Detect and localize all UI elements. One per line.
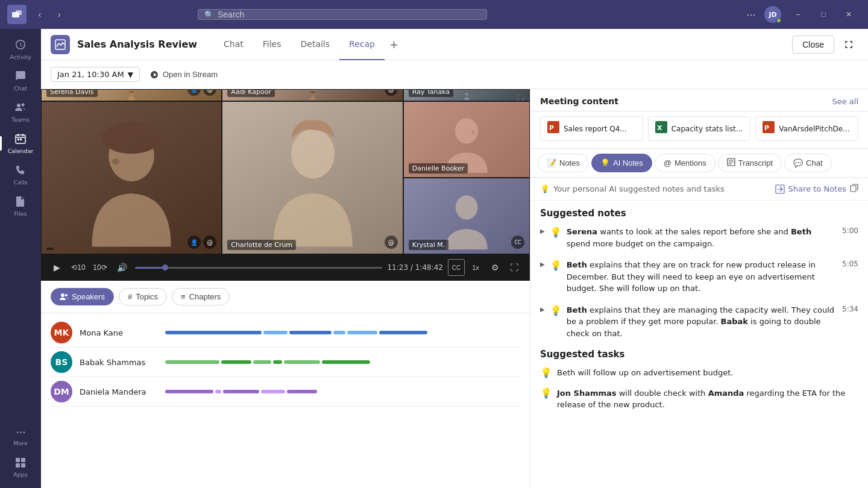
tab-details[interactable]: Details <box>291 29 340 60</box>
note-text-2: Beth explains that they are on track for… <box>567 259 837 295</box>
svg-point-25 <box>61 293 64 297</box>
sidebar-item-chat[interactable]: Chat <box>5 65 36 96</box>
captions-button[interactable]: CC <box>448 259 465 276</box>
person-icon-james: 👤 <box>187 236 201 249</box>
see-all-link[interactable]: See all <box>832 97 858 106</box>
open-stream-button[interactable]: Open in Stream <box>149 70 218 80</box>
speakers-tab-button[interactable]: Speakers <box>51 288 114 305</box>
sidebar-item-apps[interactable]: Apps <box>5 452 36 483</box>
task-item-1: 💡 Beth will follow up on advertisement b… <box>540 367 858 379</box>
chapters-list-icon: ≡ <box>181 292 186 301</box>
right-panel: Meeting content See all P Sales report Q… <box>530 89 868 488</box>
sidebar-item-teams[interactable]: Teams <box>5 96 36 128</box>
volume-button[interactable]: 🔊 <box>113 259 130 276</box>
video-cell-krystal: Krystal M. CC <box>403 178 530 254</box>
date-text: Jan 21, 10:30 AM <box>57 70 124 79</box>
file-capacity-stats[interactable]: X Capacity stats list... <box>648 116 751 141</box>
back-button[interactable]: ‹ <box>31 6 48 23</box>
activity-icon <box>14 39 27 52</box>
svg-rect-6 <box>20 139 22 140</box>
expand-icon-2[interactable]: ▶ <box>540 261 545 267</box>
tab-recap[interactable]: Recap <box>339 29 385 60</box>
speaker-name-mona: Mona Kane <box>80 328 158 337</box>
progress-bar[interactable] <box>135 267 382 269</box>
svg-rect-7 <box>16 458 20 462</box>
share-to-notes-button[interactable]: Share to Notes <box>775 184 858 194</box>
sidebar-item-files[interactable]: Files <box>5 190 36 222</box>
close-window-button[interactable]: ✕ <box>837 5 861 23</box>
tab-chat[interactable]: Chat <box>214 29 253 60</box>
calendar-icon <box>14 133 27 146</box>
panel-tab-transcript[interactable]: Transcript <box>718 154 782 172</box>
ai-header-text: Your personal AI suggested notes and tas… <box>553 184 725 193</box>
speed-button[interactable]: 1x <box>467 259 484 276</box>
search-input[interactable] <box>218 10 480 19</box>
meeting-content-header: Meeting content See all <box>530 89 868 111</box>
play-button[interactable]: ▶ <box>48 259 65 276</box>
task-bulb-1: 💡 <box>540 367 552 378</box>
more-options-button[interactable]: ··· <box>743 6 760 23</box>
panel-tabs: 📝 Notes 💡 AI Notes @ Mentions <box>530 149 868 178</box>
rewind-button[interactable]: ⟲10 <box>70 259 87 276</box>
panel-tab-chat[interactable]: 💬 Chat <box>784 154 831 172</box>
online-indicator <box>776 18 781 23</box>
james-overlay-icons: 👤 @ <box>187 236 216 249</box>
topics-tab-button[interactable]: # Topics <box>119 288 167 305</box>
note-text-3: Beth explains that they are managing the… <box>567 304 837 340</box>
video-cell-ray: Ray Tanaka 🎧 <box>403 89 530 101</box>
time-display: 11:23 / 1:48:42 <box>387 263 443 272</box>
minimize-button[interactable]: – <box>786 5 810 23</box>
chapters-tab-button[interactable]: ≡ Chapters <box>172 288 230 305</box>
svg-point-23 <box>471 130 474 134</box>
expand-button[interactable] <box>839 35 858 54</box>
sidebar-item-calendar[interactable]: Calendar <box>5 128 36 159</box>
expand-icon-3[interactable]: ▶ <box>540 306 545 313</box>
svg-point-19 <box>102 122 161 154</box>
label-aadi: Aadi Kapoor <box>227 89 275 97</box>
apps-label: Apps <box>13 471 28 478</box>
ai-notes-area: 💡 Your personal AI suggested notes and t… <box>530 178 868 488</box>
at-icon-aadi: @ <box>385 89 398 96</box>
panel-tab-notes[interactable]: 📝 Notes <box>538 154 589 172</box>
bars-mona <box>165 331 520 334</box>
chapters-tab-label: Chapters <box>189 292 221 301</box>
speaker-row-babak: BS Babak Shammas <box>51 348 520 377</box>
forward-button[interactable]: › <box>51 6 68 23</box>
date-selector[interactable]: Jan 21, 10:30 AM ▼ <box>51 67 140 82</box>
expand-icon-1[interactable]: ▶ <box>540 228 545 234</box>
bulb-icon-3: 💡 <box>550 305 562 316</box>
more-icon: ··· <box>16 427 25 439</box>
title-bar: ‹ › 🔍 ··· JD – □ ✕ <box>0 0 868 29</box>
settings-button[interactable]: ⚙ <box>486 259 503 276</box>
file-sales-report[interactable]: P Sales report Q4... <box>540 116 643 141</box>
calendar-label: Calendar <box>8 148 34 154</box>
aadi-overlay-icons: @ <box>385 89 398 96</box>
sidebar-item-calls[interactable]: Calls <box>5 159 36 190</box>
task-text-1: Beth will follow up on advertisement bud… <box>557 367 858 379</box>
label-serena: Serena Davis <box>46 89 98 97</box>
note-time-2: 5:05 <box>842 260 858 268</box>
apps-icon <box>15 457 26 470</box>
forward-button-10[interactable]: 10⟳ <box>92 259 108 276</box>
task-item-2: 💡 Jon Shammas will double check with Ama… <box>540 387 858 411</box>
window-controls: – □ ✕ <box>786 5 861 23</box>
fullscreen-button[interactable]: ⛶ <box>506 259 523 276</box>
close-button[interactable]: Close <box>792 36 834 54</box>
progress-dot <box>162 264 168 271</box>
add-tab-button[interactable]: + <box>385 29 403 60</box>
teams-icon <box>14 101 27 115</box>
note-time-1: 5:00 <box>842 227 858 235</box>
user-avatar[interactable]: JD <box>764 6 781 23</box>
file-vanarsde[interactable]: P VanArsdelPitchDe... <box>755 116 858 141</box>
search-bar[interactable]: 🔍 <box>198 9 487 20</box>
maximize-button[interactable]: □ <box>811 5 835 23</box>
panel-tab-ai-notes[interactable]: 💡 AI Notes <box>591 154 652 172</box>
nav-buttons: ‹ › <box>31 6 68 23</box>
tab-files[interactable]: Files <box>253 29 291 60</box>
panel-tab-mentions[interactable]: @ Mentions <box>655 154 715 172</box>
sidebar-item-activity[interactable]: Activity <box>5 34 36 65</box>
suggested-tasks-section: Suggested tasks 💡 Beth will follow up on… <box>540 349 858 411</box>
ppt-icon-1: P <box>547 120 560 137</box>
notes-label: Notes <box>559 158 580 167</box>
sidebar-item-more[interactable]: ··· More <box>5 421 36 452</box>
